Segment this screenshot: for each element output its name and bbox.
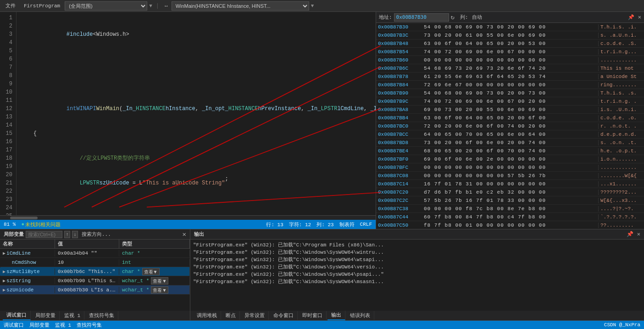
col-name: 名称 [0,240,55,248]
output-panel: 输出 📌 ✕ "FirstProgram.exe" (Win32): 已加载"C… [190,229,644,321]
locals-row-szstring[interactable]: ▶szString 0x00b7b90 L"This stri..." wcha… [0,276,190,285]
status-bar: 81 % ● 未找到相关问题 行: 13 字符: 12 列: 23 制表符 CR… [0,220,376,229]
warning-status: ● 未找到相关问题 [21,221,61,228]
memory-row: 0x00B87C50 f8 7f b8 00 01 00 00 00 00 00… [376,221,644,229]
memory-pin[interactable]: 📌 [628,14,634,20]
expand-icon[interactable]: ▶ [3,251,6,256]
refresh-icon[interactable]: ↻ [451,13,455,21]
mem-ascii: s. .o.n. .t. [598,140,644,145]
view-btn-szmutlibyte[interactable]: 查看▼ [142,268,160,275]
output-pin[interactable]: 📌 [627,231,633,238]
locals-table: 名称 值 类型 ▶iCmdLine 0x00a34b04 "" char * n… [0,240,190,311]
code-line-1: #include<Windows.h> [20,30,372,39]
locals-search[interactable] [26,231,62,238]
tab-errors[interactable]: 错误列表 [346,311,374,320]
top-nav: 文件 FirstProgram (全局范围) ▼ | ↔ WinMain(HIN… [0,0,644,12]
locals-row-icmdline[interactable]: ▶iCmdLine 0x00a34b04 "" char * [0,249,190,258]
locals-row-szmutlibyte[interactable]: ▶szMutliByte 0x00b7b6c "This..." char * … [0,267,190,276]
scrollbar-thumb[interactable] [10,217,38,219]
mem-ascii: a Unicode St [598,74,644,79]
output-title: 输出 [194,231,204,238]
tab-callstack[interactable]: 调用堆栈 [193,311,221,320]
locals-row-szunicode[interactable]: ▶szUnicode 0x00b87b30 L"Is a..." wchar_t… [0,285,190,295]
output-body[interactable]: "FirstProgram.exe" (Win32): 已加载"C:\Progr… [190,240,644,311]
code-content[interactable]: #include<Windows.h> int WINAPI WinMain(_… [17,12,376,215]
code-line-2 [20,55,372,63]
mem-bytes: 63 00 6f 00 64 00 65 00 20 00 53 00 [422,41,598,46]
tab-output[interactable]: 输出 [328,311,345,320]
row-name-szunicode: ▶szUnicode [0,287,55,293]
search-up-btn[interactable]: ↑ [64,231,70,238]
mem-addr: 0x00B87BE4 [376,148,422,154]
csdn-label: CSDN @_NxPra [604,322,640,328]
mem-bytes: 73 00 20 00 6f 00 6e 00 20 00 74 00 [422,140,598,145]
bottom-strip: 调试窗口 局部变量 监视 1 查找符号集 CSDN @_NxPra [0,321,644,329]
locals-close[interactable]: ✕ [183,230,186,238]
mem-ascii: This is not [598,66,644,71]
line-status: 行: 13 [266,221,283,228]
memory-row: 0x00B87B90 54 00 68 00 69 00 73 00 20 00… [376,89,644,97]
row-value-szmutlibyte: 0x00b7b6c "This..." [55,268,119,275]
mem-bytes: 74 00 72 00 69 00 6e 00 67 00 20 00 [422,99,598,104]
memory-row: 0x00B87BE4 68 00 65 00 20 00 6f 00 70 00… [376,147,644,155]
expand-icon-4[interactable]: ▶ [3,288,6,293]
mem-bytes: 72 69 6e 67 00 00 00 00 00 00 00 00 [422,82,598,88]
mem-ascii: h.e. .o.p.t. [598,148,644,154]
address-input[interactable] [394,13,449,22]
row-type-ncmdshow: int [119,259,190,266]
col-value: 自动 [470,13,484,21]
memory-row: 0x00B87BC0 72 00 20 00 6e 00 6f 00 74 00… [376,122,644,130]
program-tab[interactable]: FirstProgram [20,2,64,10]
file-tab[interactable]: 文件 [2,1,19,10]
col-label: 列: [460,14,468,21]
mem-bytes: 54 00 68 00 69 00 73 00 20 00 69 00 [422,24,598,30]
function-select[interactable]: WinMain(HINSTANCE hInstance, HINST... [172,1,309,11]
mem-addr: 0x00B87C08 [376,173,422,178]
memory-body[interactable]: 0x00B87B30 54 00 68 00 69 00 73 00 20 00… [376,23,644,229]
scope-select[interactable]: (全局范围) [65,1,147,11]
tab-find-symbol[interactable]: 查找符号集 [85,311,118,320]
mem-bytes: 00 00 00 00 00 00 00 00 57 5b 26 7b [422,173,598,178]
mem-bytes: 00 00 00 00 00 00 00 00 00 00 00 00 [422,57,598,63]
memory-header: 地址: ↻ 列: 自动 📌 ✕ [376,12,644,23]
locals-row-ncmdshow[interactable]: nCmdShow 10 int [0,258,190,267]
tab-locals2[interactable]: 局部变量 [32,311,60,320]
mem-bytes: 72 00 20 00 6e 00 6f 00 74 00 20 00 [422,123,598,129]
code-line-6: //定义LPWSTR类型的字符串 [20,154,372,162]
view-btn-szunicode[interactable]: 查看▼ [151,286,168,294]
tab-command[interactable]: 命令窗口 [270,311,298,320]
mem-ascii: i.o.n....... [598,156,644,162]
address-label: 地址: [379,14,392,21]
mem-addr: 0x00B87B9C [376,99,422,104]
view-btn-szstring[interactable]: 查看▼ [151,277,168,284]
mem-addr: 0x00B87BD8 [376,140,422,145]
row-value-ncmdshow: 10 [55,259,119,266]
tab-breakpoints[interactable]: 断点 [222,311,240,320]
mem-bytes: 69 00 6f 00 6e 00 2e 00 00 00 00 00 [422,156,598,162]
code-scrollbar-h[interactable] [0,215,376,220]
mem-bytes: 63 00 6f 00 64 00 65 00 20 00 6f 00 [422,115,598,121]
tab-immediate[interactable]: 即时窗口 [299,311,327,320]
mem-ascii: ............ [598,57,644,63]
output-close[interactable]: ✕ [637,231,640,238]
memory-row: 0x00B87C38 00 00 00 00 f8 7c b8 00 8e 7e… [376,205,644,213]
zoom-level: 81 % [4,222,16,227]
mem-bytes: 60 7f b8 00 84 7f b8 00 c4 7f b8 00 [422,214,598,220]
expand-icon-2[interactable]: ▶ [3,269,6,274]
expand-icon-3[interactable]: ▶ [3,279,6,284]
mem-addr: 0x00B87B30 [376,24,422,30]
tab-exceptions[interactable]: 异常设置 [241,311,269,320]
find-symbol-label: 查找符号集 [77,322,102,329]
memory-row: 0x00B87B48 63 00 6f 00 64 00 65 00 20 00… [376,39,644,48]
code-line-3 [20,80,372,88]
tab-locals[interactable]: 调试窗口 [3,311,31,320]
search-down-btn[interactable]: ↓ [72,231,78,238]
memory-row: 0x00B87B54 74 00 72 00 69 00 6e 00 67 00… [376,48,644,56]
output-line: "FirstProgram.exe" (Win32): 已加载"C:\Windo… [193,263,641,271]
memory-close[interactable]: ✕ [638,14,641,21]
mem-addr: 0x00B87B54 [376,49,422,55]
output-line: "FirstProgram.exe" (Win32): 已加载"C:\Progr… [193,241,641,249]
mem-bytes: 54 00 68 00 69 00 73 00 20 00 73 00 [422,90,598,96]
row-value-szstring: 0x00b7b90 L"This stri..." [55,278,119,284]
tab-watch[interactable]: 监视 1 [61,311,84,320]
